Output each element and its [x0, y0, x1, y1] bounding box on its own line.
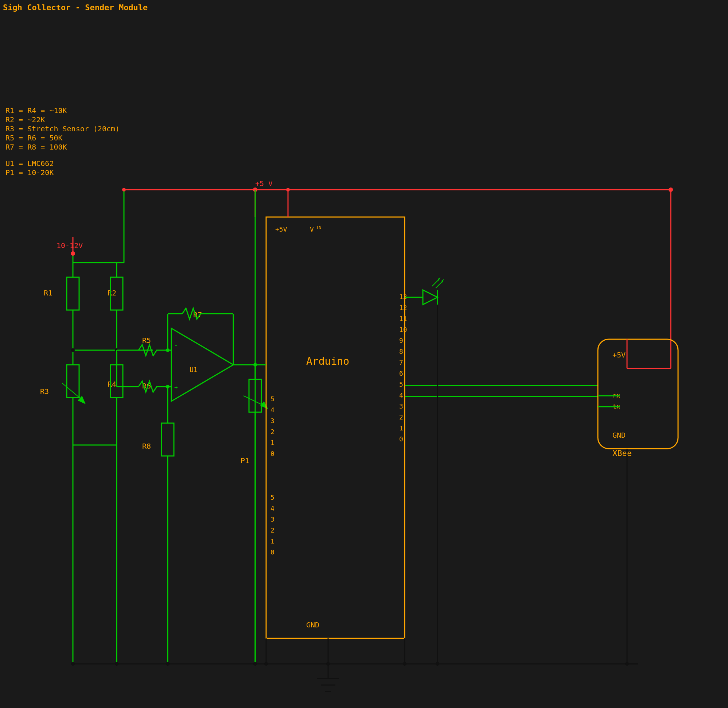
- label-r1: R1: [44, 289, 52, 297]
- label-p1: P1: [240, 456, 249, 465]
- label-u1: U1: [190, 366, 198, 373]
- svg-point-37: [115, 662, 119, 666]
- label-r4: R4: [107, 380, 116, 389]
- svg-rect-82: [598, 339, 678, 449]
- pin-0-label: 0: [271, 548, 275, 556]
- label-10-12v: 10-12V: [56, 241, 83, 250]
- svg-point-81: [326, 662, 330, 666]
- pin-11-label: 11: [399, 315, 407, 322]
- pin-5-label: 5: [271, 493, 275, 501]
- label-r5: R5: [142, 336, 151, 345]
- svg-point-54: [166, 662, 169, 666]
- svg-rect-65: [266, 217, 405, 638]
- pin-7-label: 7: [399, 358, 403, 366]
- legend-r7r8: R7 = R8 = 100K: [6, 143, 67, 151]
- label-arduino-5v: +5V: [275, 225, 287, 233]
- label-xbee-5v: +5V: [612, 351, 625, 359]
- legend-u1: U1 = LMC662: [6, 159, 54, 168]
- label-minus: -: [174, 342, 178, 349]
- svg-point-79: [286, 188, 290, 192]
- legend-p1: P1 = 10-20K: [6, 168, 54, 177]
- legend-r5r6: R5 = R6 = 50K: [6, 133, 63, 142]
- pin-8-label: 8: [399, 348, 403, 355]
- pin-4d-label: 4: [399, 392, 403, 399]
- svg-point-36: [71, 662, 75, 666]
- label-xbee: XBee: [612, 449, 632, 458]
- svg-point-31: [71, 348, 75, 352]
- pin-a2-label: 2: [271, 428, 275, 435]
- label-vin-sub: IN: [316, 225, 321, 230]
- pin-a1-label: 1: [271, 439, 275, 447]
- pin-2-label: 2: [271, 526, 275, 534]
- legend-r1r4: R1 = R4 = ~10K: [6, 106, 67, 115]
- pin-0d-label: 0: [399, 435, 403, 443]
- pin-1d-label: 1: [399, 424, 403, 432]
- label-r3: R3: [40, 387, 49, 396]
- svg-marker-40: [171, 328, 233, 401]
- svg-marker-70: [423, 290, 437, 305]
- pin-4-label: 4: [271, 505, 275, 512]
- pin-1-label: 1: [271, 537, 275, 545]
- pin-3-label: 3: [271, 515, 275, 523]
- pin-a-label: 5: [271, 395, 275, 403]
- label-arduino-vin: V: [310, 225, 314, 233]
- pin-6-label: 6: [399, 370, 403, 377]
- pin-a3-label: 3: [271, 417, 275, 425]
- pin-2d-label: 2: [399, 413, 403, 421]
- pin-10-label: 10: [399, 326, 407, 334]
- svg-rect-52: [162, 423, 174, 456]
- pin-5d-label: 5: [399, 380, 403, 388]
- svg-point-63: [253, 662, 257, 666]
- svg-point-94: [122, 188, 126, 192]
- label-xbee-gnd: GND: [612, 431, 625, 440]
- label-r2: R2: [107, 289, 116, 297]
- label-r8: R8: [142, 442, 151, 450]
- svg-point-55: [166, 385, 169, 389]
- svg-rect-12: [67, 277, 79, 310]
- label-5v-top: +5 V: [255, 179, 273, 188]
- legend-r3: R3 = Stretch Sensor (20cm): [6, 124, 120, 133]
- svg-point-77: [436, 662, 439, 666]
- svg-point-97: [264, 662, 268, 666]
- label-arduino-gnd: GND: [306, 621, 319, 629]
- label-arduino: Arduino: [306, 355, 349, 367]
- pin-12-label: 12: [399, 304, 407, 312]
- legend-r2: R2 = ~22K: [6, 115, 45, 124]
- label-plus: +: [174, 384, 178, 391]
- pin-9-label: 9: [399, 337, 403, 344]
- svg-rect-15: [67, 365, 79, 398]
- pin-a0-label: 0: [271, 450, 275, 457]
- pin-a4-label: 4: [271, 406, 275, 413]
- pin-3d-label: 3: [399, 402, 403, 410]
